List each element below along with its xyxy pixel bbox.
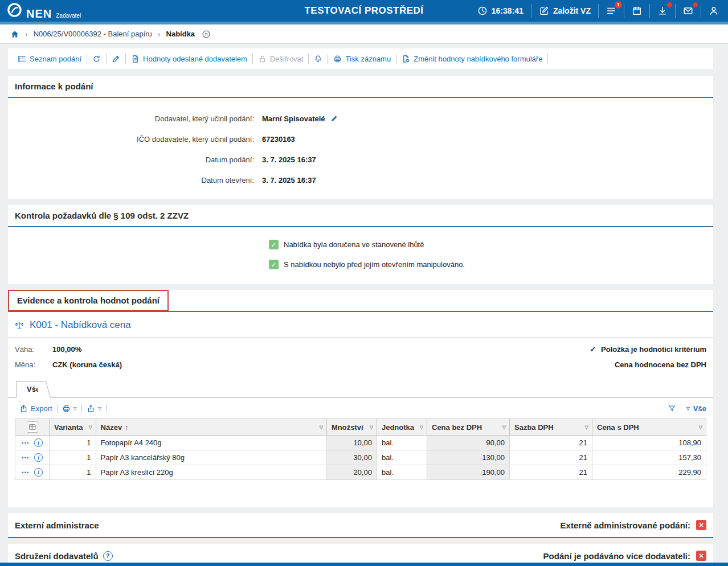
toolbar-refresh-button[interactable] [87, 55, 106, 63]
profile-button[interactable] [706, 6, 721, 16]
cell-cena-s-dph: 157,30 [592, 450, 706, 465]
column-settings-icon[interactable] [27, 421, 38, 433]
cell-jednotka: bal. [377, 465, 427, 480]
filter-arrow-icon[interactable]: ▽ [502, 425, 506, 430]
column-header-jednotka[interactable]: Jednotka▽ [377, 419, 427, 436]
filter-arrow-icon[interactable]: ▽ [88, 425, 92, 430]
filter-all-select[interactable]: ▽ Vše [686, 404, 706, 413]
column-header-sazba-dph[interactable]: Sazba DPH▽ [510, 419, 592, 436]
spacer [8, 480, 713, 507]
section-kontrola-pozadavku: Kontrola požadavků dle § 109 odst. 2 ZZV… [8, 205, 713, 284]
bell-icon [314, 55, 322, 63]
cell-cena-bez-dph: 130,00 [427, 450, 510, 465]
row-actions-icon[interactable]: ••• [22, 470, 30, 475]
section-title: Evidence a kontrola hodnot podání [17, 296, 159, 305]
unlock-icon [258, 55, 267, 63]
breadcrumb-current: Nabídka [166, 30, 195, 38]
column-header-nazev[interactable]: Název↑▽ [96, 419, 326, 436]
form-row: IČO dodavatele, který učinil podání: 672… [8, 129, 713, 149]
filter-icon[interactable] [668, 404, 676, 413]
green-check-icon: ✓ [269, 260, 279, 269]
dropdown-arrow-icon: ▽ [73, 407, 77, 411]
share-grid-button[interactable]: ▽ [82, 404, 106, 413]
grid-toolbar: Export ▽ ▽ ▽ Vše [8, 398, 713, 419]
download-icon [657, 6, 668, 16]
export-icon [19, 404, 28, 413]
calendar-button[interactable] [629, 6, 644, 16]
table-row[interactable]: ••• i 1 Papír A3 kreslící 220g 20,00 bal… [15, 465, 706, 480]
sdruzeni-flag-cross-icon[interactable]: × [696, 551, 706, 561]
check-label: Nabídka byla doručena ve stanovené lhůtě [284, 240, 424, 249]
row-actions-icon[interactable]: ••• [22, 455, 30, 461]
currency-row: Měna: CZK (koruna česká) Cena hodnocena … [8, 357, 713, 372]
tab-vse[interactable]: Vše [16, 381, 43, 398]
dropdown-arrow-icon: ▽ [98, 407, 101, 411]
column-header-cena-s-dph[interactable]: Cena s DPH▽ [592, 419, 706, 436]
section-externi-administrace: Externí administrace Externě administrov… [8, 513, 713, 538]
sort-asc-icon[interactable]: ↑ [125, 424, 128, 432]
export-button[interactable]: Export [15, 404, 57, 413]
toolbar-notifications-button[interactable] [309, 55, 328, 63]
divider [624, 4, 624, 18]
table-header-row: Varianta▽ Název↑▽ Množství▽ Jednotka▽ Ce… [15, 419, 706, 436]
toolbar-seznam-podani-button[interactable]: Seznam podání [13, 55, 87, 63]
table-row[interactable]: ••• i 1 Fotopapír A4 240g 10,00 bal. 90,… [15, 436, 706, 450]
toolbar-zmenit-hodnoty-button[interactable]: Změnit hodnoty nabídkového formuláře [396, 55, 547, 63]
form-row: Datum podání: 3. 7. 2025 16:37 [8, 149, 713, 170]
toolbar-hodnoty-odeslane-button[interactable]: Hodnoty odeslané dodavatelem [126, 55, 252, 63]
close-tab-icon[interactable] [202, 30, 211, 39]
form-row: Dodavatel, který učinil podání: Marní Sp… [8, 108, 713, 129]
filter-arrow-icon[interactable]: ▽ [699, 425, 702, 430]
edit-supplier-icon[interactable] [330, 114, 338, 122]
field-label: Datum podání: [8, 155, 262, 164]
printer-icon [333, 55, 342, 63]
divider [675, 4, 676, 18]
cell-cena-bez-dph: 90,00 [427, 436, 510, 450]
home-icon[interactable] [10, 30, 19, 39]
info-icon[interactable]: i [34, 468, 43, 477]
row-actions-icon[interactable]: ••• [22, 440, 30, 446]
form-row: Datum otevření: 3. 7. 2025 16:37 [8, 170, 713, 190]
filter-all-label: Vše [693, 404, 706, 413]
cell-cena-s-dph: 229,90 [592, 465, 706, 480]
filter-arrow-icon[interactable]: ▽ [585, 425, 588, 430]
info-icon[interactable]: i [34, 453, 43, 462]
menu-badge: 1 [615, 1, 622, 9]
section-title: Kontrola požadavků dle § 109 odst. 2 ZZV… [15, 211, 706, 220]
toolbar-tisk-zaznamu-button[interactable]: Tisk záznamu [328, 55, 396, 63]
divider [531, 4, 531, 18]
envelope-icon [683, 6, 693, 16]
externi-flag-cross-icon[interactable]: × [696, 520, 706, 530]
filter-arrow-icon[interactable]: ▽ [370, 425, 373, 430]
toolbar-label: Seznam podání [30, 55, 81, 63]
currency-label: Měna: [15, 360, 52, 369]
messages-button[interactable] [681, 6, 696, 16]
print-grid-button[interactable]: ▽ [58, 404, 81, 413]
nen-logo[interactable]: NEN Zadavatel [7, 2, 81, 19]
info-icon[interactable]: i [34, 438, 43, 447]
cell-jednotka: bal. [377, 450, 427, 465]
filter-arrow-icon[interactable]: ▽ [420, 425, 423, 430]
currency-value: CZK (koruna česká) [52, 360, 122, 369]
column-header-mnozstvi[interactable]: Množství▽ [326, 419, 377, 436]
table-row[interactable]: ••• i 1 Papír A3 kancelářský 80g 30,00 b… [15, 450, 706, 465]
column-header-cena-bez-dph[interactable]: Cena bez DPH▽ [427, 419, 510, 436]
create-vz-button[interactable]: Založit VZ [537, 6, 593, 16]
datum-podani-value: 3. 7. 2025 16:37 [262, 155, 316, 164]
items-table: Varianta▽ Název↑▽ Množství▽ Jednotka▽ Ce… [15, 419, 706, 480]
vat-note: Cena hodnocena bez DPH [615, 360, 706, 369]
divider [106, 404, 107, 413]
logo-subtitle: Zadavatel [56, 13, 81, 19]
weight-value: 100,00% [52, 345, 81, 354]
scales-icon [15, 321, 24, 330]
breadcrumb-contract[interactable]: N006/25/V00006392 - Balení papíru [34, 30, 152, 38]
check-icon: ✓ [590, 344, 596, 354]
printer-icon [62, 404, 71, 413]
downloads-button[interactable] [655, 6, 670, 16]
toolbar-edit-button[interactable] [107, 55, 125, 63]
filter-arrow-icon[interactable]: ▽ [320, 425, 323, 430]
field-label: IČO dodavatele, který učinil podání: [8, 135, 262, 143]
column-header-varianta[interactable]: Varianta▽ [50, 419, 96, 436]
help-icon[interactable]: ? [103, 551, 113, 561]
menu-button[interactable]: 1 [604, 6, 619, 16]
